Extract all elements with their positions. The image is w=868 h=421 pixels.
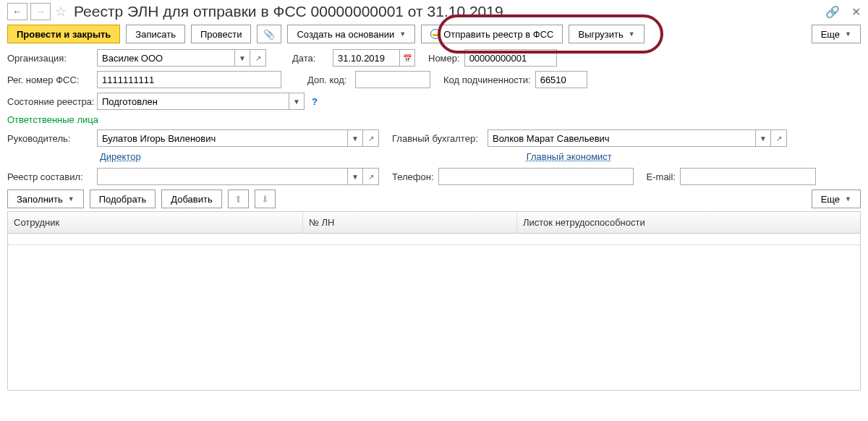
table-more-button[interactable]: Еще▼	[812, 190, 861, 208]
acc-input-group: ▼ ↗	[488, 129, 787, 147]
head-open-btn[interactable]: ↗	[363, 129, 379, 147]
date-input[interactable]	[333, 49, 399, 67]
chevron-down-icon: ▼	[399, 30, 406, 38]
page-title: Реестр ЭЛН для отправки в ФСС 0000000000…	[74, 3, 503, 20]
date-label: Дата:	[292, 53, 328, 64]
acc-open-btn[interactable]: ↗	[771, 129, 787, 147]
close-icon[interactable]: ✕	[851, 5, 861, 19]
org-open-btn[interactable]: ↗	[250, 49, 266, 67]
chevron-down-icon: ▼	[68, 195, 75, 203]
acc-role-link[interactable]: Главный экономист	[527, 151, 612, 162]
number-input[interactable]	[464, 49, 557, 67]
date-input-group: 📅	[333, 49, 415, 67]
arrow-up-icon: ⬆	[234, 194, 242, 205]
compiled-dropdown-btn[interactable]: ▼	[347, 168, 363, 185]
state-label: Состояние реестра:	[7, 96, 93, 107]
col-sick-list[interactable]: Листок нетрудоспособности	[517, 212, 860, 233]
email-input[interactable]	[680, 168, 816, 185]
number-label: Номер:	[428, 53, 460, 64]
head-role-link[interactable]: Директор	[100, 151, 141, 162]
org-input[interactable]	[97, 49, 234, 67]
org-dropdown-btn[interactable]: ▼	[234, 49, 250, 67]
globe-icon	[430, 29, 441, 39]
head-dropdown-btn[interactable]: ▼	[347, 129, 363, 147]
responsible-section-title: Ответственные лица	[7, 114, 861, 125]
help-icon[interactable]: ?	[312, 96, 318, 107]
subord-input[interactable]	[535, 71, 587, 88]
phone-input[interactable]	[438, 168, 634, 185]
phone-label: Телефон:	[392, 171, 434, 182]
state-dropdown-btn[interactable]: ▼	[289, 93, 305, 110]
acc-dropdown-btn[interactable]: ▼	[755, 129, 771, 147]
addcode-label: Доп. код:	[307, 75, 351, 85]
table-toolbar: Заполнить▼ Подобрать Добавить ⬆ ⬇ Еще▼	[7, 190, 861, 208]
link-icon[interactable]: 🔗	[825, 5, 840, 19]
acc-label: Главный бухгалтер:	[392, 133, 483, 144]
data-table: Сотрудник № ЛН Листок нетрудоспособности	[7, 211, 861, 391]
main-toolbar: Провести и закрыть Записать Провести 📎 С…	[7, 25, 861, 43]
org-label: Организация:	[7, 53, 93, 64]
compiled-input[interactable]	[97, 168, 347, 185]
chevron-down-icon: ▼	[629, 30, 635, 38]
head-input[interactable]	[97, 129, 347, 147]
move-up-button[interactable]: ⬆	[228, 190, 249, 208]
table-empty-row	[8, 234, 860, 245]
col-ln-number[interactable]: № ЛН	[303, 212, 517, 233]
compiled-label: Реестр составил:	[7, 171, 93, 182]
compiled-input-group: ▼ ↗	[97, 168, 379, 185]
addcode-input[interactable]	[355, 71, 430, 88]
subord-label: Код подчиненности:	[443, 75, 531, 85]
attach-button[interactable]: 📎	[257, 25, 281, 43]
back-button[interactable]: ←	[7, 3, 27, 20]
arrow-down-icon: ⬇	[261, 194, 269, 205]
compiled-open-btn[interactable]: ↗	[363, 168, 379, 185]
table-header: Сотрудник № ЛН Листок нетрудоспособности	[8, 212, 860, 234]
create-based-on-button[interactable]: Создать на основании▼	[287, 25, 415, 43]
col-employee[interactable]: Сотрудник	[8, 212, 303, 233]
pick-button[interactable]: Подобрать	[90, 190, 156, 208]
calendar-btn[interactable]: 📅	[399, 49, 415, 67]
chevron-down-icon: ▼	[845, 195, 851, 203]
forward-button[interactable]: →	[30, 3, 51, 20]
state-input-group: ▼	[97, 93, 305, 110]
table-body[interactable]	[8, 234, 860, 390]
state-input[interactable]	[97, 93, 289, 110]
more-button[interactable]: Еще▼	[812, 25, 861, 43]
reg-label: Рег. номер ФСС:	[7, 75, 93, 85]
fill-button[interactable]: Заполнить▼	[7, 190, 84, 208]
paperclip-icon: 📎	[263, 29, 275, 40]
chevron-down-icon: ▼	[845, 30, 851, 38]
email-label: E-mail:	[647, 171, 676, 182]
write-button[interactable]: Записать	[126, 25, 185, 43]
head-label: Руководитель:	[7, 133, 93, 144]
head-input-group: ▼ ↗	[97, 129, 379, 147]
export-button[interactable]: Выгрузить▼	[569, 25, 644, 43]
acc-input[interactable]	[488, 129, 755, 147]
send-to-fss-button[interactable]: Отправить реестр в ФСС	[421, 25, 563, 43]
favorite-star-icon[interactable]: ☆	[54, 4, 68, 20]
org-input-group: ▼ ↗	[97, 49, 266, 67]
move-down-button[interactable]: ⬇	[255, 190, 276, 208]
post-button[interactable]: Провести	[191, 25, 252, 43]
post-and-close-button[interactable]: Провести и закрыть	[7, 25, 120, 43]
window-header: ← → ☆ Реестр ЭЛН для отправки в ФСС 0000…	[7, 3, 861, 20]
add-button[interactable]: Добавить	[161, 190, 221, 208]
reg-input[interactable]	[97, 71, 281, 88]
